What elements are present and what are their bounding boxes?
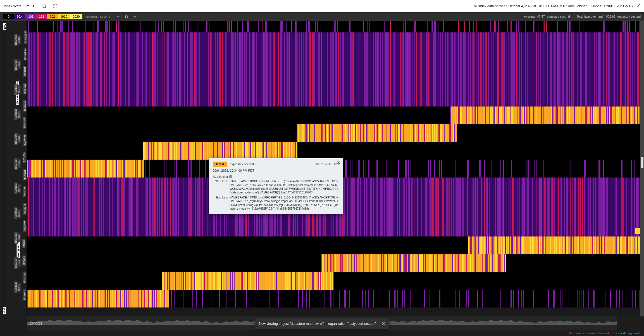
heatmap-row[interactable]: [27, 142, 640, 160]
tooltip-start-key-value: NAMESPACE: '' KIND: kind PROPERTIES: ('1…: [230, 179, 339, 195]
heatmap-vertical-scrollbar[interactable]: [640, 21, 644, 316]
color-legend: 0 50.4 101 151 202 1010 2020: [3, 14, 82, 19]
heatmap-row[interactable]: [27, 290, 640, 307]
legend-chip-1[interactable]: 50.4: [14, 14, 25, 19]
axis-tick: ·: [22, 277, 25, 278]
y-axis-gutter: END kind (description: ASC) (description…: [0, 21, 27, 316]
tooltip-unit: requests / second: [230, 162, 254, 166]
axis-tick: ·: [22, 140, 25, 141]
tooltip-end-key-value: NAMESPACE: '' KIND: kind PROPERTIES: ('1…: [230, 196, 339, 211]
gutter-col-5: (b'xQQSf0(b'SPdLF|(b'9pQNl(b'DFSEI(b'JQZ…: [18, 21, 22, 316]
tooltip-close-icon[interactable]: ✕: [337, 160, 341, 166]
edit-time-range-icon[interactable]: [636, 3, 641, 9]
legend-unit: requests / second: [86, 15, 110, 18]
heatmap-row[interactable]: [27, 124, 640, 142]
crop-icon[interactable]: [41, 3, 47, 9]
heatmap-row[interactable]: [27, 272, 640, 290]
show-debug-panel-link[interactable]: Show debug panel: [615, 332, 640, 335]
heatmap-panel: END kind (description: ASC) (description…: [0, 21, 644, 316]
tooltip-section-title: Key bucket: [213, 175, 228, 178]
time-range-start: October 4, 2022 at 10:00:00 PM GMT-7: [508, 4, 567, 8]
metric-title-dropdown[interactable]: Index Write QPS ▼: [3, 4, 35, 8]
stat-total: Total (avg over time): 806.91 requests /…: [577, 15, 641, 18]
stat-average-value: 47.47 requests / second: [537, 15, 570, 18]
axis-tick: ·: [22, 209, 25, 209]
gutter-col-3: (166495)(166495)(166495)(166494)(166494)…: [9, 21, 13, 316]
time-range-prefix: All index data: [474, 4, 494, 8]
axis-tick: ·: [22, 174, 25, 175]
axis-tick: ·: [22, 88, 25, 89]
axis-tick: ·: [22, 37, 25, 37]
gutter-col-1: END kind: [0, 21, 4, 316]
contrast-toggle-button[interactable]: ◐: [124, 14, 128, 19]
scrollbar-thumb[interactable]: [641, 157, 643, 168]
chevron-down-icon: ▼: [32, 4, 35, 8]
time-range-display: All index data between October 4, 2022 a…: [474, 4, 633, 8]
gutter-col-4: NONENONENONENONENONENONENONENONENONENONE…: [13, 21, 18, 316]
legend-chip-6[interactable]: 2020: [70, 14, 82, 19]
heatmap-row[interactable]: [27, 21, 640, 32]
axis-tick: ·: [22, 157, 25, 158]
stat-total-value: 806.91 requests / second: [606, 15, 641, 18]
axis-tick: ·: [22, 105, 25, 106]
heatmap-row[interactable]: [27, 107, 640, 124]
tooltip-timestamp: 10/04/2022, 10:34:00 PM PDT: [213, 169, 339, 172]
heatmap-row[interactable]: [27, 254, 640, 272]
heatmap-hot-cell: [635, 228, 640, 234]
axis-tick: ·: [22, 226, 25, 226]
time-range-end: October 5, 2022 at 12:00:00 AM GMT-7: [575, 4, 633, 8]
timeline-date-chip: 10/04/2022: [27, 322, 44, 325]
axis-tick: ·: [22, 54, 25, 55]
tooltip-metric-name: Index Write QPS: [316, 162, 339, 166]
axis-tick: ·: [22, 260, 25, 261]
axis-tick: ·: [22, 294, 25, 295]
tooltip-start-key-label: Start key:: [213, 179, 228, 195]
tooltip-end-key-label: End key:: [213, 196, 228, 211]
project-toast: Now viewing project "datastore-mode-kv-n…: [255, 318, 389, 329]
page-title: Index Write QPS: [3, 4, 30, 8]
legend-chip-4[interactable]: 202: [47, 14, 58, 19]
stat-average-label: Average:: [524, 15, 536, 18]
tooltip-value: 189.4: [213, 162, 227, 167]
toast-close-icon[interactable]: ✕: [381, 321, 385, 326]
legend-chip-3[interactable]: 151: [36, 14, 47, 19]
performance-warning-link[interactable]: Performance issues detected!: [569, 332, 610, 335]
bottom-panel: Now viewing project "datastore-mode-kv-n…: [0, 316, 644, 336]
zoom-out-button[interactable]: −: [116, 14, 120, 19]
time-range-and: and: [568, 4, 574, 8]
time-range-between: between: [495, 4, 507, 8]
gutter-col-6: ················: [22, 21, 27, 316]
stat-average: Average: 47.47 requests / second: [524, 15, 570, 18]
legend-bar: 0 50.4 101 151 202 1010 2020 requests / …: [0, 12, 644, 21]
zoom-in-button[interactable]: +: [132, 14, 137, 19]
top-header: Index Write QPS ▼ All index data between…: [0, 0, 644, 12]
cell-tooltip: ✕ 189.4 requests / second Index Write QP…: [209, 158, 343, 214]
heatmap-row[interactable]: [27, 236, 640, 254]
stat-total-label: Total (avg over time):: [577, 15, 605, 18]
toast-message: Now viewing project "datastore-mode-kv-n…: [259, 322, 376, 326]
legend-chip-0[interactable]: 0: [3, 14, 14, 19]
legend-chip-2[interactable]: 101: [25, 14, 36, 19]
gutter-col-2: (description: ASC) (description: DESC): [4, 21, 9, 316]
legend-chip-5[interactable]: 1010: [58, 14, 70, 19]
heatmap-area[interactable]: ✕ 189.4 requests / second Index Write QP…: [27, 21, 644, 316]
heatmap-row[interactable]: [27, 32, 640, 107]
help-icon[interactable]: ?: [229, 175, 232, 178]
axis-tick: ·: [22, 191, 25, 192]
axis-tick: ·: [22, 243, 25, 244]
axis-tick: ·: [22, 71, 25, 72]
axis-tick: ·: [22, 122, 25, 123]
fullscreen-icon[interactable]: [53, 3, 58, 9]
